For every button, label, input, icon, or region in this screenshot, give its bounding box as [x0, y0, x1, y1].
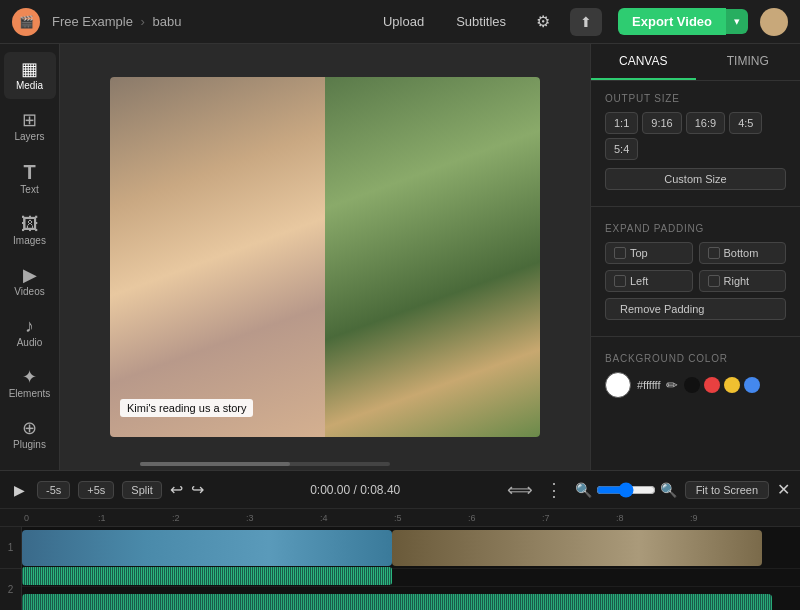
sidebar-item-label-layers: Layers [14, 131, 44, 142]
padding-right-label: Right [724, 275, 750, 287]
fit-to-screen-button[interactable]: Fit to Screen [685, 481, 769, 499]
color-row: #ffffff ✏ [605, 372, 786, 398]
padding-bottom-label: Bottom [724, 247, 759, 259]
color-dot-blue[interactable] [744, 377, 760, 393]
padding-top-button[interactable]: Top [605, 242, 693, 264]
video-clip-1[interactable] [22, 530, 392, 566]
export-dropdown-button[interactable]: ▾ [726, 9, 748, 34]
background-color-label: BACKGROUND COLOR [605, 353, 786, 364]
tab-timing-label: TIMING [727, 54, 769, 68]
sidebar-item-label-videos: Videos [14, 286, 44, 297]
sidebar-item-images[interactable]: 🖼 Images [4, 207, 56, 254]
undo-button[interactable]: ↩ [170, 480, 183, 499]
media-icon: ▦ [21, 60, 38, 78]
sidebar-item-text[interactable]: T Text [4, 154, 56, 203]
custom-size-button[interactable]: Custom Size [605, 168, 786, 190]
skip-forward-button[interactable]: +5s [78, 481, 114, 499]
timeline-close-button[interactable]: ✕ [777, 480, 790, 499]
canvas-scrollbar[interactable] [140, 462, 390, 466]
size-buttons: 1:1 9:16 16:9 4:5 5:4 [605, 112, 786, 160]
eyedropper-button[interactable]: ✏ [666, 377, 678, 393]
breadcrumb-child[interactable]: babu [153, 14, 182, 29]
ruler-mark-4: :4 [320, 513, 328, 523]
sidebar-item-elements[interactable]: ✦ Elements [4, 360, 56, 407]
padding-top-label: Top [630, 247, 648, 259]
text-icon: T [23, 162, 35, 182]
photo-left [110, 77, 325, 437]
ruler-mark-1: :1 [98, 513, 106, 523]
color-hex-value: #ffffff [637, 379, 660, 391]
size-btn-4-5[interactable]: 4:5 [729, 112, 762, 134]
ruler-mark-6: :6 [468, 513, 476, 523]
subtitles-button[interactable]: Subtitles [446, 10, 516, 33]
upload-button[interactable]: Upload [373, 10, 434, 33]
tab-timing[interactable]: TIMING [696, 44, 801, 80]
track-labels: 1 2 [0, 527, 22, 610]
tracks-content [22, 527, 800, 610]
elements-icon: ✦ [22, 368, 37, 386]
export-button[interactable]: Export Video [618, 8, 726, 35]
zoom-in-icon[interactable]: 🔍 [660, 482, 677, 498]
ruler-mark-0: 0 [24, 513, 29, 523]
plugins-icon: ⊕ [22, 419, 37, 437]
timeline-tracks: 1 2 [0, 527, 800, 610]
size-btn-5-4[interactable]: 5:4 [605, 138, 638, 160]
zoom-out-icon[interactable]: 🔍 [575, 482, 592, 498]
layers-icon: ⊞ [22, 111, 37, 129]
sidebar-item-audio[interactable]: ♪ Audio [4, 309, 56, 356]
tab-canvas[interactable]: CANVAS [591, 44, 696, 80]
canvas-scrollbar-thumb[interactable] [140, 462, 290, 466]
zoom-slider[interactable] [596, 482, 656, 498]
photo-right [325, 77, 540, 437]
track-row-audio [22, 567, 800, 587]
padding-bottom-button[interactable]: Bottom [699, 242, 787, 264]
padding-top-bottom: Top Bottom [605, 242, 786, 264]
magnetic-icon: ⟺ [507, 479, 533, 501]
remove-padding-button[interactable]: Remove Padding [605, 298, 786, 320]
current-time: 0:00.00 [310, 483, 350, 497]
sidebar-item-media[interactable]: ▦ Media [4, 52, 56, 99]
skip-back-button[interactable]: -5s [37, 481, 70, 499]
split-button[interactable]: Split [122, 481, 161, 499]
images-icon: 🖼 [21, 215, 39, 233]
breadcrumb-parent[interactable]: Free Example [52, 14, 133, 29]
ruler-mark-2: :2 [172, 513, 180, 523]
padding-left-check [614, 275, 626, 287]
app-logo: 🎬 [12, 8, 40, 36]
ruler-mark-7: :7 [542, 513, 550, 523]
sidebar-item-label-plugins: Plugins [13, 439, 46, 450]
color-swatch-white[interactable] [605, 372, 631, 398]
dot-colors [684, 377, 760, 393]
size-btn-16-9[interactable]: 16:9 [686, 112, 725, 134]
padding-left-button[interactable]: Left [605, 270, 693, 292]
sidebar-item-plugins[interactable]: ⊕ Plugins [4, 411, 56, 458]
sidebar-item-label-text: Text [20, 184, 38, 195]
video-preview[interactable]: Kimi's reading us a story [110, 77, 540, 437]
padding-right-button[interactable]: Right [699, 270, 787, 292]
ruler-mark-8: :8 [616, 513, 624, 523]
color-dot-yellow[interactable] [724, 377, 740, 393]
sidebar-item-videos[interactable]: ▶ Videos [4, 258, 56, 305]
audio-clip-2[interactable] [22, 594, 772, 610]
color-dot-black[interactable] [684, 377, 700, 393]
ruler-mark-5: :5 [394, 513, 402, 523]
settings-icon[interactable]: ⚙ [528, 8, 558, 35]
track-label-1: 1 [0, 527, 21, 569]
video-clip-2[interactable] [392, 530, 762, 566]
color-dot-red[interactable] [704, 377, 720, 393]
timeline: ▶ -5s +5s Split ↩ ↪ 0:00.00 / 0:08.40 ⟺ … [0, 470, 800, 610]
redo-button[interactable]: ↪ [191, 480, 204, 499]
size-btn-1-1[interactable]: 1:1 [605, 112, 638, 134]
share-button[interactable]: ⬆ [570, 8, 602, 36]
canvas-area: Kimi's reading us a story [60, 44, 590, 470]
output-size-label: OUTPUT SIZE [605, 93, 786, 104]
avatar[interactable] [760, 8, 788, 36]
play-button[interactable]: ▶ [10, 480, 29, 500]
sidebar-item-layers[interactable]: ⊞ Layers [4, 103, 56, 150]
caption-text: Kimi's reading us a story [127, 402, 246, 414]
timeline-ruler: 0 :1 :2 :3 :4 :5 :6 :7 :8 :9 [0, 509, 800, 527]
breadcrumb: Free Example › babu [52, 14, 181, 29]
size-btn-9-16[interactable]: 9:16 [642, 112, 681, 134]
ruler-mark-3: :3 [246, 513, 254, 523]
divider-1 [591, 206, 800, 207]
